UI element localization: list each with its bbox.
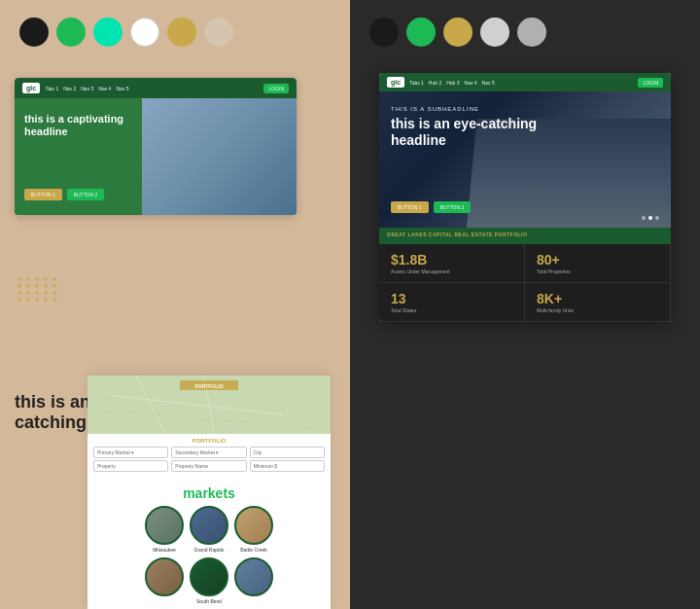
- hero-dot-1: [642, 216, 646, 220]
- filter-property: Property: [93, 460, 168, 472]
- stat-states-value: 13: [391, 291, 512, 306]
- mockup-logo: glc: [22, 83, 40, 93]
- right-nav-item: Nav 5: [482, 80, 495, 86]
- hero-button1: BUTTON 1: [24, 189, 62, 200]
- swatch-white: [130, 18, 159, 47]
- market-circles-row2: South Bend: [88, 557, 331, 609]
- market-nashville: [234, 557, 273, 604]
- portfolio-label: PORTFOLIO: [93, 438, 325, 444]
- map-filters: PORTFOLIO Primary Market ▾ Secondary Mar…: [88, 434, 331, 478]
- svg-text:PORTFOLIO: PORTFOLIO: [194, 383, 223, 389]
- map-area: PORTFOLIO: [88, 376, 331, 434]
- hero-city-image: [142, 98, 298, 215]
- stat-aum-value: $1.8B: [391, 252, 512, 268]
- market-battlecreek: Battle Creek: [234, 506, 273, 553]
- market-img-nashville: [234, 557, 273, 596]
- right-panel: glc Tabs 1 Hub 2 Hub 3 Nav 4 Nav 5 LOGIN…: [350, 0, 700, 609]
- market-circles-row1: Milwaukee Grand Rapids Battle Creek: [88, 506, 331, 557]
- left-swatches: [0, 0, 350, 56]
- stat-properties-label: Total Properties: [537, 269, 658, 274]
- swatch-lightgray-r: [480, 18, 509, 47]
- mockup-nav-items: Nav 1 Nav 2 Nav 3 Nav 4 Nav 5: [46, 86, 258, 91]
- swatch-black-r: [369, 18, 399, 47]
- right-website-mockup: glc Tabs 1 Hub 2 Hub 3 Nav 4 Nav 5 LOGIN…: [379, 73, 671, 322]
- filter-row2: Property Property Name Minimum $: [93, 460, 325, 472]
- swatch-green-r: [406, 18, 436, 47]
- stat-units-label: Multi-family Units: [537, 307, 658, 313]
- market-milwaukee: Milwaukee: [145, 506, 184, 553]
- filter-primary-market: Primary Market ▾: [93, 447, 168, 458]
- filter-secondary-market: Secondary Market ▾: [171, 447, 246, 458]
- market-label-grandrapids: Grand Rapids: [194, 547, 225, 553]
- dots-decoration: [18, 277, 58, 302]
- markets-title: markets: [88, 478, 331, 506]
- stats-label: GREAT LAKES CAPITAL REAL ESTATE PORTFOLI…: [387, 232, 663, 237]
- mockup-login-btn: LOGIN: [263, 84, 289, 93]
- right-hero-btn1: BUTTON 1: [391, 201, 429, 213]
- right-swatches: [350, 0, 700, 56]
- right-hero-btns: BUTTON 1 BUTTON 2: [391, 201, 471, 213]
- market-southbend: South Bend: [190, 557, 228, 604]
- swatch-gold: [167, 18, 196, 47]
- right-mockup-nav: glc Tabs 1 Hub 2 Hub 3 Nav 4 Nav 5 LOGIN: [379, 73, 671, 91]
- right-nav-item: Hub 2: [429, 80, 441, 86]
- mockup-nav-item: Nav 3: [81, 86, 93, 91]
- market-img-dallas: [145, 557, 184, 596]
- right-hero-subheadline: THIS IS A SUBHEADLINE: [391, 106, 546, 112]
- mockup-nav-item: Nav 5: [116, 86, 128, 91]
- mockup-hero: this is a captivating headline BUTTON 1 …: [15, 98, 297, 215]
- market-label-milwaukee: Milwaukee: [153, 547, 176, 553]
- market-img-milwaukee: [145, 506, 184, 545]
- market-img-southbend: [190, 557, 228, 596]
- hero-button2: BUTTON 2: [67, 189, 105, 200]
- stat-units: 8K+ Multi-family Units: [525, 283, 671, 322]
- market-grandrapids: Grand Rapids: [190, 506, 228, 553]
- hero-headline: this is a captivating headline: [24, 113, 141, 138]
- swatch-green: [56, 18, 86, 47]
- swatch-beige: [204, 18, 233, 47]
- mockup-nav-item: Nav 2: [63, 86, 76, 91]
- stat-properties-value: 80+: [537, 252, 658, 268]
- right-nav-items: Tabs 1 Hub 2 Hub 3 Nav 4 Nav 5: [409, 80, 633, 86]
- filter-city: City: [250, 447, 325, 458]
- right-nav-item: Nav 4: [465, 80, 477, 86]
- right-stats-grid: $1.8B Assets Under Management 80+ Total …: [379, 244, 671, 322]
- swatch-gray-r: [517, 18, 546, 47]
- market-img-battlecreek: [234, 506, 273, 545]
- right-nav-item: Tabs 1: [409, 80, 424, 86]
- stat-states-label: Total States: [391, 307, 512, 313]
- stat-aum: $1.8B Assets Under Management: [379, 244, 525, 283]
- market-dallas: [145, 557, 184, 604]
- mockup-nav-item: Nav 1: [46, 86, 58, 91]
- market-label-battlecreek: Battle Creek: [240, 547, 267, 553]
- filter-row: Primary Market ▾ Secondary Market ▾ City: [93, 447, 325, 458]
- map-section: PORTFOLIO PORTFOLIO Primary Market ▾ Sec…: [88, 376, 331, 609]
- hero-dot-2: [648, 216, 652, 220]
- swatch-black: [19, 18, 49, 47]
- hero-buttons: BUTTON 1 BUTTON 2: [24, 189, 104, 200]
- mockup-nav-item: Nav 4: [98, 86, 111, 91]
- mockup-nav: glc Nav 1 Nav 2 Nav 3 Nav 4 Nav 5 LOGIN: [15, 78, 297, 98]
- hero-dot-3: [655, 216, 659, 220]
- stat-states: 13 Total States: [379, 283, 525, 322]
- right-hero-btn2: BUTTON 2: [434, 201, 472, 213]
- market-img-grandrapids: [190, 506, 228, 545]
- right-login-btn: LOGIN: [638, 78, 663, 88]
- stat-properties: 80+ Total Properties: [525, 244, 671, 283]
- stat-aum-label: Assets Under Management: [391, 269, 512, 274]
- market-label-southbend: South Bend: [196, 598, 222, 604]
- right-nav-item: Hub 3: [446, 80, 459, 86]
- swatch-teal: [93, 18, 122, 47]
- swatch-gold-r: [443, 18, 472, 47]
- filter-property-name: Property Name: [171, 460, 246, 472]
- right-mockup-hero: THIS IS A SUBHEADLINE this is an eye-cat…: [379, 91, 671, 228]
- right-hero-text: THIS IS A SUBHEADLINE this is an eye-cat…: [391, 106, 546, 149]
- left-panel: glc Nav 1 Nav 2 Nav 3 Nav 4 Nav 5 LOGIN …: [0, 0, 350, 609]
- right-hero-headline: this is an eye-catching headline: [391, 116, 546, 149]
- filter-minimum: Minimum $: [250, 460, 325, 472]
- stat-units-value: 8K+: [537, 291, 658, 306]
- right-stats-bar: GREAT LAKES CAPITAL REAL ESTATE PORTFOLI…: [379, 228, 671, 244]
- right-hero-dots: [642, 216, 659, 220]
- left-website-mockup: glc Nav 1 Nav 2 Nav 3 Nav 4 Nav 5 LOGIN …: [15, 78, 297, 215]
- right-mockup-logo: glc: [387, 77, 404, 88]
